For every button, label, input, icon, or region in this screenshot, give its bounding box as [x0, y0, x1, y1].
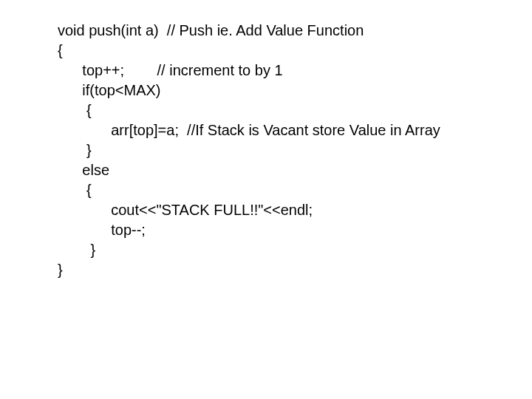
- code-line: {: [58, 180, 532, 200]
- code-line: }: [58, 240, 532, 260]
- code-line: }: [58, 260, 532, 280]
- code-line: void push(int a) // Push ie. Add Value F…: [58, 21, 532, 41]
- code-line: else: [58, 160, 532, 180]
- code-line: cout<<"STACK FULL!!"<<endl;: [58, 200, 532, 220]
- code-slide: void push(int a) // Push ie. Add Value F…: [0, 0, 532, 280]
- code-line: top--;: [58, 220, 532, 240]
- code-line: top++; // increment to by 1: [58, 61, 532, 81]
- code-line: {: [58, 100, 532, 120]
- code-line: arr[top]=a; //If Stack is Vacant store V…: [58, 120, 532, 140]
- code-line: {: [58, 41, 532, 61]
- code-line: }: [58, 140, 532, 160]
- code-line: if(top<MAX): [58, 81, 532, 100]
